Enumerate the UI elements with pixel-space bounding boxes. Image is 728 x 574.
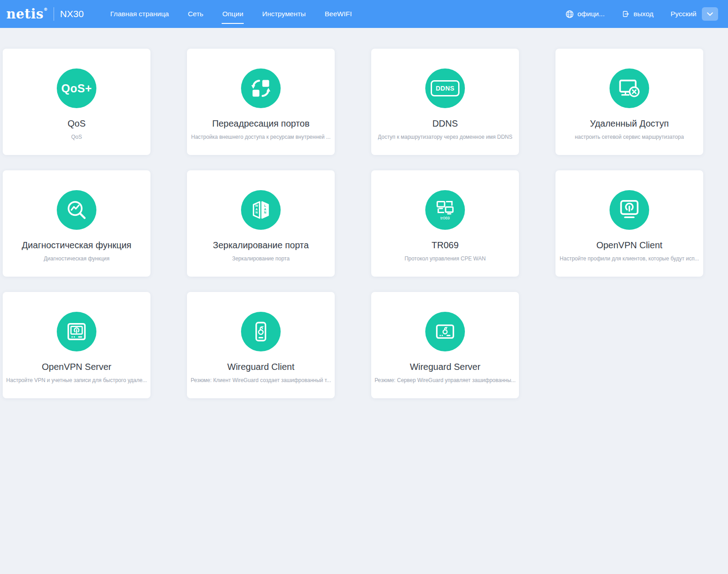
nav-item-options[interactable]: Опции xyxy=(222,0,244,28)
lan-label: LAN xyxy=(264,204,266,214)
card-subtitle: Настройка внешнего доступа к ресурсам вн… xyxy=(191,134,331,140)
globe-icon xyxy=(565,10,574,18)
card-title: Wireguard Client xyxy=(228,362,295,372)
card-subtitle: QoS xyxy=(71,134,82,140)
card-title: TR069 xyxy=(432,240,459,251)
language-dropdown-button[interactable] xyxy=(702,7,718,21)
card-title: DDNS xyxy=(432,118,458,129)
remote-access-icon xyxy=(610,68,649,108)
card-subtitle: Протокол управления CPE WAN xyxy=(405,255,486,262)
card-subtitle: Диагностическая функция xyxy=(44,255,109,262)
card-wireguard-server[interactable]: Wireguard Server Резюме: Сервер WireGuar… xyxy=(371,292,519,398)
brand-text: netis® xyxy=(6,8,48,21)
ddns-icon: DDNS xyxy=(425,68,465,108)
card-title: OpenVPN Client xyxy=(596,240,663,251)
card-title: QoS xyxy=(68,118,86,129)
logout-icon xyxy=(622,10,630,18)
qos-icon: QoS+ xyxy=(57,68,96,108)
feature-cards-grid: QoS+ QoS QoS Переадресация портов Настро… xyxy=(0,28,728,398)
wan-label: WAN xyxy=(255,204,258,214)
topbar-right: офици... выход Русский xyxy=(548,7,718,21)
nav-item-beewifi[interactable]: BeeWIFI xyxy=(324,0,352,28)
brand-divider xyxy=(54,7,54,21)
card-port-forwarding[interactable]: Переадресация портов Настройка внешнего … xyxy=(187,49,335,155)
tr069-icon: tr069 xyxy=(425,190,465,230)
openvpn-server-icon xyxy=(57,312,96,351)
tr069-icon-text: tr069 xyxy=(441,216,450,220)
openvpn-client-icon xyxy=(610,190,649,230)
port-mirroring-icon: WAN LAN xyxy=(241,190,281,230)
nav-item-tools[interactable]: Инструменты xyxy=(262,0,306,28)
card-subtitle: Доступ к маршрутизатору через доменное и… xyxy=(378,134,513,140)
card-remote-access[interactable]: Удаленный Доступ настроить сетевой серви… xyxy=(555,49,703,155)
card-diagnostics[interactable]: Диагностическая функция Диагностическая … xyxy=(3,170,150,277)
card-subtitle: Настройте VPN и учетные записи для быстр… xyxy=(6,377,147,383)
card-tr069[interactable]: tr069 TR069 Протокол управления CPE WAN xyxy=(371,170,519,277)
official-site-label: офици... xyxy=(578,10,605,18)
card-title: Диагностическая функция xyxy=(22,240,131,251)
card-subtitle: настроить сетевой сервис маршрутизатора xyxy=(575,134,684,140)
nav-item-network[interactable]: Сеть xyxy=(187,0,204,28)
card-openvpn-server[interactable]: OpenVPN Server Настройте VPN и учетные з… xyxy=(3,292,150,398)
brand-logo: netis® NX30 xyxy=(6,7,84,21)
nav-item-home[interactable]: Главная страница xyxy=(110,0,169,28)
official-site-link[interactable]: офици... xyxy=(565,10,605,18)
card-title: OpenVPN Server xyxy=(42,362,112,372)
topbar: netis® NX30 Главная страница Сеть Опции … xyxy=(0,0,728,28)
chevron-down-icon xyxy=(707,12,713,16)
card-wireguard-client[interactable]: Wireguard Client Резюме: Клиент WireGuar… xyxy=(187,292,335,398)
model-label: NX30 xyxy=(60,9,84,19)
card-ddns[interactable]: DDNS DDNS Доступ к маршрутизатору через … xyxy=(371,49,519,155)
card-title: Переадресация портов xyxy=(212,118,309,129)
wireguard-server-icon xyxy=(425,312,465,351)
language-label: Русский xyxy=(670,10,696,18)
card-title: Зеркалирование порта xyxy=(213,240,309,251)
card-port-mirroring[interactable]: WAN LAN Зеркалирование порта Зеркалирова… xyxy=(187,170,335,277)
port-forwarding-icon xyxy=(241,68,281,108)
card-subtitle: Зеркалирование порта xyxy=(232,255,290,262)
diagnostics-icon xyxy=(57,190,96,230)
logout-link[interactable]: выход xyxy=(622,10,653,18)
card-title: Wireguard Server xyxy=(410,362,481,372)
card-title: Удаленный Доступ xyxy=(590,118,669,129)
logout-label: выход xyxy=(633,10,653,18)
card-qos[interactable]: QoS+ QoS QoS xyxy=(3,49,150,155)
ddns-icon-text: DDNS xyxy=(431,80,460,96)
card-subtitle: Резюме: Клиент WireGuard создает зашифро… xyxy=(191,377,331,383)
card-openvpn-client[interactable]: OpenVPN Client Настройте профили для кли… xyxy=(555,170,703,277)
card-subtitle: Резюме: Сервер WireGuard управляет зашиф… xyxy=(374,377,515,383)
card-subtitle: Настройте профили для клиентов, которые … xyxy=(560,255,699,262)
qos-icon-text: QoS+ xyxy=(61,82,92,95)
main-nav: Главная страница Сеть Опции Инструменты … xyxy=(101,0,361,28)
wireguard-client-icon xyxy=(241,312,281,351)
